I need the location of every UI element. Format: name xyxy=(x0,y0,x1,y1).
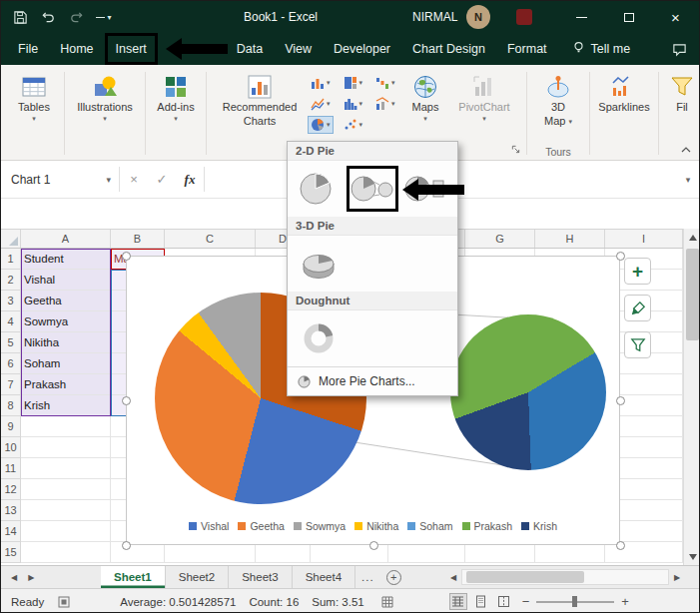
col-header-H[interactable]: H xyxy=(535,230,605,248)
cell-A1[interactable]: Student xyxy=(21,249,111,270)
hierarchy-chart-button[interactable]: ▾ xyxy=(341,74,366,92)
cell-A15[interactable] xyxy=(21,542,111,563)
cancel-button[interactable]: × xyxy=(120,161,148,198)
menu-item-3d-pie[interactable] xyxy=(296,244,342,284)
save-icon[interactable] xyxy=(11,8,29,26)
row-header-3[interactable]: 3 xyxy=(1,291,21,311)
sheet-nav-left-icon[interactable]: ◀ xyxy=(11,573,17,582)
cell-A14[interactable] xyxy=(21,521,111,542)
menu-item-doughnut[interactable] xyxy=(296,318,342,358)
ribbon-tab-data[interactable]: Data xyxy=(226,33,274,65)
ribbon-tab-insert[interactable]: Insert xyxy=(105,33,158,65)
customize-quick-access-icon[interactable]: ▾ xyxy=(95,8,113,26)
sheet-tab-sheet1[interactable]: Sheet1 xyxy=(101,566,166,588)
cell-A8[interactable]: Krish xyxy=(21,395,111,416)
row-header-14[interactable]: 14 xyxy=(1,521,21,542)
collapse-ribbon-icon[interactable] xyxy=(681,142,691,156)
redo-icon[interactable] xyxy=(67,8,85,26)
row-header-8[interactable]: 8 xyxy=(1,395,21,416)
row-header-6[interactable]: 6 xyxy=(1,353,21,374)
name-box[interactable]: Chart 1 ▾ xyxy=(1,161,119,198)
maps-button[interactable]: Maps ▾ xyxy=(399,67,451,123)
col-header-I[interactable]: I xyxy=(605,230,683,248)
menu-item-pie-of-pie[interactable] xyxy=(350,169,395,209)
pie-chart-button[interactable]: ▾ xyxy=(308,116,334,134)
chart-elements-button[interactable]: + xyxy=(624,258,651,285)
filters-button[interactable]: Fil xyxy=(669,67,695,114)
row-header-2[interactable]: 2 xyxy=(1,270,21,291)
undo-icon[interactable] xyxy=(39,8,57,26)
illustrations-button[interactable]: Illustrations ▾ xyxy=(77,67,133,123)
sheet-tab-sheet4[interactable]: Sheet4 xyxy=(293,566,355,588)
charts-dialog-launcher-icon[interactable] xyxy=(511,143,520,157)
chevron-down-icon[interactable]: ▾ xyxy=(106,175,119,185)
ribbon-tab-developer[interactable]: Developer xyxy=(323,33,401,65)
display-settings-icon[interactable] xyxy=(381,596,393,608)
recommended-charts-button[interactable]: Recommended Charts xyxy=(216,67,304,128)
selection-handle[interactable] xyxy=(122,396,131,405)
cell-A6[interactable]: Soham xyxy=(21,353,111,374)
maximize-button[interactable] xyxy=(605,1,652,33)
col-header-B[interactable]: B xyxy=(111,230,165,248)
sheet-tab-overflow[interactable]: ... xyxy=(355,566,380,588)
zoom-in-button[interactable]: + xyxy=(621,594,629,609)
page-break-view-button[interactable] xyxy=(495,593,513,610)
secondary-pie[interactable] xyxy=(450,314,606,470)
enter-button[interactable]: ✓ xyxy=(148,161,176,198)
minimize-button[interactable] xyxy=(558,1,605,33)
pivotchart-button[interactable]: PivotChart ▾ xyxy=(451,67,517,123)
selection-handle[interactable] xyxy=(616,541,625,550)
sheet-tab-sheet2[interactable]: Sheet2 xyxy=(166,566,229,588)
tell-me[interactable]: Tell me xyxy=(572,41,631,57)
vertical-scrollbar-thumb[interactable] xyxy=(686,249,699,340)
selection-handle[interactable] xyxy=(122,541,131,550)
col-header-G[interactable]: G xyxy=(465,230,535,248)
cell-A3[interactable]: Geetha xyxy=(21,291,111,311)
zoom-slider[interactable] xyxy=(536,601,614,603)
cell-A4[interactable]: Sowmya xyxy=(21,311,111,332)
line-chart-button[interactable]: ▾ xyxy=(308,95,334,113)
row-header-5[interactable]: 5 xyxy=(1,332,21,353)
hscroll-right-icon[interactable]: ▶ xyxy=(669,566,685,588)
chart-styles-button[interactable] xyxy=(624,295,651,321)
row-header-13[interactable]: 13 xyxy=(1,500,21,521)
ribbon-tab-view[interactable]: View xyxy=(274,33,323,65)
row-header-10[interactable]: 10 xyxy=(1,437,21,458)
menu-item-pie[interactable] xyxy=(296,169,342,209)
col-header-A[interactable]: A xyxy=(21,230,111,248)
combo-chart-button[interactable]: ▾ xyxy=(372,95,398,113)
select-all-corner[interactable] xyxy=(1,230,21,248)
insert-function-button[interactable]: fx xyxy=(176,161,204,198)
user-name[interactable]: NIRMAL xyxy=(412,10,457,24)
ribbon-tab-home[interactable]: Home xyxy=(49,33,104,65)
row-header-12[interactable]: 12 xyxy=(1,479,21,500)
comment-icon[interactable] xyxy=(672,42,687,57)
ribbon-tab-file[interactable]: File xyxy=(7,33,49,65)
chart-filters-button[interactable] xyxy=(624,331,651,358)
histogram-chart-button[interactable]: ▾ xyxy=(341,95,366,113)
selection-handle[interactable] xyxy=(122,252,131,261)
cell-A13[interactable] xyxy=(21,500,111,521)
expand-formula-bar-icon[interactable]: ▾ xyxy=(677,161,699,198)
row-header-1[interactable]: 1 xyxy=(1,249,21,270)
normal-view-button[interactable] xyxy=(449,593,467,610)
selection-handle[interactable] xyxy=(369,541,378,550)
selection-handle[interactable] xyxy=(616,396,625,405)
scatter-chart-button[interactable]: ▾ xyxy=(341,116,366,134)
cell-A2[interactable]: Vishal xyxy=(21,270,111,291)
horizontal-scrollbar-thumb[interactable] xyxy=(466,571,584,583)
cell-A9[interactable] xyxy=(21,416,111,437)
column-chart-button[interactable]: ▾ xyxy=(308,74,334,92)
record-macro-icon[interactable] xyxy=(58,596,70,608)
scroll-down-icon[interactable] xyxy=(684,548,700,565)
row-header-15[interactable]: 15 xyxy=(1,542,21,563)
row-header-7[interactable]: 7 xyxy=(1,374,21,395)
tables-button[interactable]: Tables ▾ xyxy=(18,67,50,123)
scroll-up-icon[interactable] xyxy=(684,229,700,246)
ribbon-tab-chart-design[interactable]: Chart Design xyxy=(401,33,496,65)
col-header-C[interactable]: C xyxy=(165,230,256,248)
cell-A10[interactable] xyxy=(21,437,111,458)
cell-A5[interactable]: Nikitha xyxy=(21,332,111,353)
close-button[interactable]: × xyxy=(652,1,699,33)
page-layout-view-button[interactable] xyxy=(472,593,490,610)
